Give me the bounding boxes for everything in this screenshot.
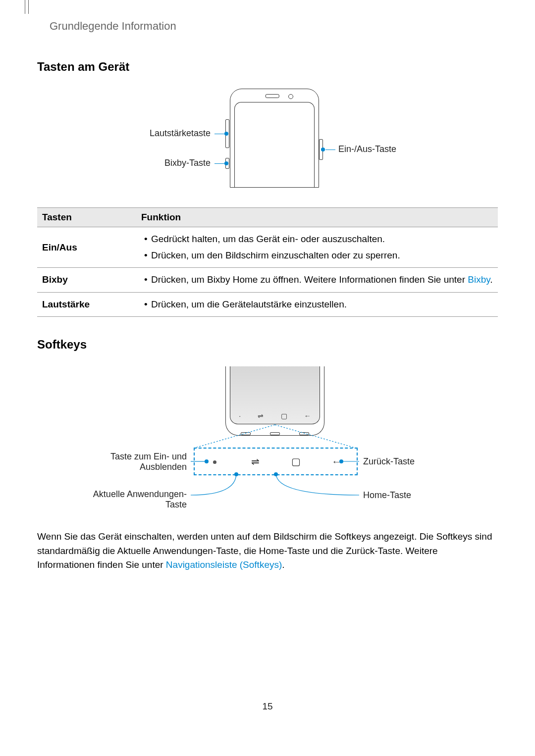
key-name-cell: Ein/Aus: [37, 227, 136, 268]
key-name-cell: Lautstärke: [37, 292, 136, 317]
softkeys-description: Wenn Sie das Gerät einschalten, werden u…: [37, 530, 498, 572]
nav-bar-link[interactable]: Navigationsleiste (Softkeys): [166, 559, 282, 570]
front-camera-icon: [288, 94, 293, 99]
hide-toggle-icon: [195, 456, 235, 467]
hide-key-label: Taste zum Ein- und Ausblenden: [92, 452, 187, 472]
table-row: Ein/AusGedrückt halten, um das Gerät ein…: [37, 227, 498, 268]
function-item: Drücken, um die Gerätelautstärke einzust…: [151, 297, 493, 313]
col-header-keys: Tasten: [37, 208, 136, 227]
keys-function-table: Tasten Funktion Ein/AusGedrückt halten, …: [37, 207, 498, 317]
phone-outline-top: [230, 89, 319, 188]
recents-key-label: Aktuelle Anwendungen-Taste: [92, 489, 187, 510]
callout-dot: [321, 148, 325, 151]
section-title-softkeys: Softkeys: [37, 338, 498, 352]
section-title-hardware-keys: Tasten am Gerät: [37, 60, 498, 74]
bixby-link[interactable]: Bixby: [468, 274, 490, 285]
body-text-post: .: [282, 559, 284, 570]
device-top-diagram: Lautstärketaste Bixby-Taste Ein-/Aus-Tas…: [37, 89, 498, 198]
page-tab-mark: [25, 0, 29, 14]
key-function-cell: Drücken, um Bixby Home zu öffnen. Weiter…: [136, 268, 498, 293]
speaker-slot-icon: [266, 94, 279, 98]
back-key-label: Zurück-Taste: [363, 456, 415, 467]
function-item: Drücken, um den Bildschirm einzuschalten…: [151, 248, 493, 264]
recents-icon: ⇌: [235, 455, 276, 467]
callout-dot: [224, 132, 228, 136]
home-icon: ▢: [276, 455, 317, 467]
home-key-label: Home-Taste: [363, 490, 411, 501]
bixby-key-label: Bixby-Taste: [160, 158, 211, 168]
table-row: LautstärkeDrücken, um die Gerätelautstär…: [37, 292, 498, 317]
callout-dot: [224, 161, 228, 165]
svg-line-0: [196, 425, 275, 448]
page-number: 15: [37, 701, 498, 712]
col-header-function: Funktion: [136, 208, 498, 227]
callout-line: [214, 134, 224, 134]
svg-line-1: [275, 425, 354, 448]
callout-dot: [339, 459, 343, 463]
function-item: Drücken, um Bixby Home zu öffnen. Weiter…: [151, 272, 493, 288]
callout-dot: [205, 459, 209, 463]
table-row: BixbyDrücken, um Bixby Home zu öffnen. W…: [37, 268, 498, 293]
key-function-cell: Gedrückt halten, um das Gerät ein- oder …: [136, 227, 498, 268]
function-item: Gedrückt halten, um das Gerät ein- oder …: [151, 231, 493, 248]
key-function-cell: Drücken, um die Gerätelautstärke einzust…: [136, 292, 498, 317]
power-key-label: Ein-/Aus-Taste: [338, 144, 396, 154]
screen-outline: [234, 102, 315, 187]
callout-dot: [274, 472, 278, 476]
callout-line: [214, 163, 224, 164]
key-name-cell: Bixby: [37, 268, 136, 293]
callout-line: [325, 150, 335, 150]
volume-key-label: Lautstärketaste: [145, 128, 211, 139]
softkeys-zoom-box: ⇌ ▢ ←: [194, 448, 358, 475]
device-bottom-diagram: · ⇌ ▢ ← ⇌: [37, 366, 498, 520]
back-icon: ←: [316, 456, 357, 467]
breadcrumb: Grundlegende Information: [50, 20, 498, 33]
callout-dot: [234, 472, 238, 476]
